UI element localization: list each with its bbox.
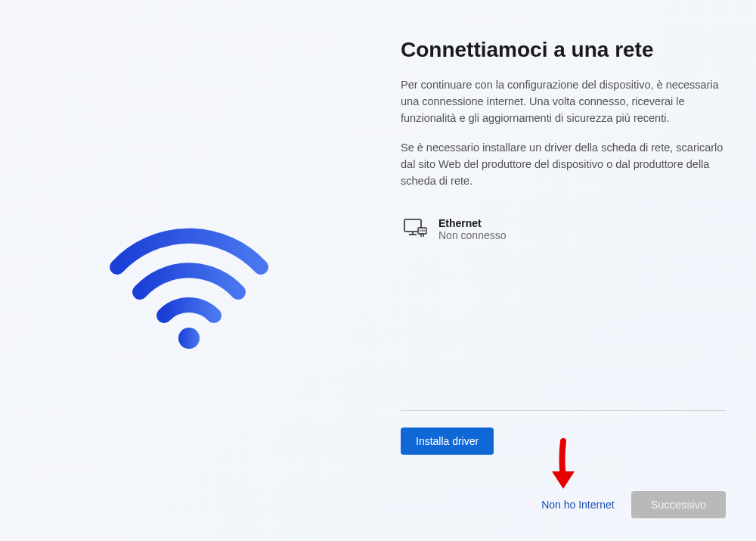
- svg-point-0: [178, 328, 200, 349]
- install-driver-button[interactable]: Installa driver: [401, 428, 494, 455]
- next-button[interactable]: Successivo: [631, 491, 726, 518]
- network-name: Ethernet: [438, 217, 507, 229]
- footer-row: Non ho Internet Successivo: [401, 491, 726, 518]
- content-panel: Connettiamoci a una rete Per continuare …: [378, 0, 756, 541]
- illustration-panel: [0, 0, 378, 541]
- divider: [401, 410, 726, 411]
- description-2: Se è necessario installare un driver del…: [401, 140, 726, 189]
- ethernet-icon: [404, 219, 428, 240]
- network-info: Ethernet Non connesso: [438, 217, 507, 241]
- network-status: Non connesso: [438, 229, 507, 241]
- no-internet-link[interactable]: Non ho Internet: [541, 499, 615, 511]
- wifi-icon: [110, 218, 268, 354]
- page-title: Connettiamoci a una rete: [401, 38, 726, 62]
- network-item-ethernet[interactable]: Ethernet Non connesso: [401, 210, 726, 249]
- description-1: Per continuare con la configurazione del…: [401, 77, 726, 126]
- bottom-section: Installa driver Non ho Internet Successi…: [401, 400, 726, 518]
